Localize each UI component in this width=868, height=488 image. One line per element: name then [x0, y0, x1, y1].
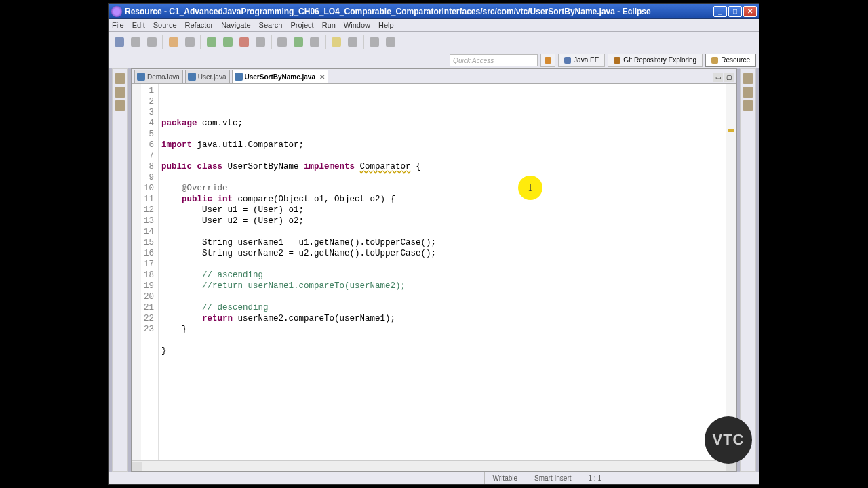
package-icon[interactable] [115, 100, 125, 111]
ext-tools-button[interactable] [253, 35, 268, 49]
perspective-java-ee[interactable]: Java EE [558, 54, 605, 67]
close-tab-icon[interactable]: ✕ [319, 73, 325, 81]
resource-icon [711, 57, 718, 64]
minimize-button[interactable]: _ [713, 6, 727, 17]
editor-minimize-button[interactable]: ▭ [713, 73, 723, 82]
code-line[interactable]: String userName1 = u1.getName().toUpperC… [161, 237, 726, 248]
problems-icon[interactable] [743, 100, 753, 111]
perspective-icon [545, 57, 551, 64]
toggle-button[interactable] [345, 35, 360, 49]
save-all-button[interactable] [144, 35, 159, 49]
perspective-bar: Quick Access Java EE Git Repository Expl… [109, 52, 759, 68]
new-button[interactable] [112, 35, 127, 49]
tab-label: DemoJava [147, 73, 180, 81]
build-button[interactable] [182, 35, 197, 49]
menu-help[interactable]: Help [378, 21, 394, 29]
code-line[interactable] [161, 226, 726, 237]
task-list-icon[interactable] [743, 87, 753, 98]
status-caret-position: 1 : 1 [580, 472, 610, 484]
code-area[interactable]: package com.vtc; import java.util.Compar… [159, 84, 726, 460]
perspective-label: Resource [721, 56, 750, 64]
right-view-tray [740, 68, 756, 472]
code-line[interactable]: @Override [161, 183, 726, 194]
menu-project[interactable]: Project [290, 21, 313, 29]
code-line[interactable]: public class UserSortByName implements C… [161, 161, 726, 172]
new-interface-button[interactable] [307, 35, 322, 49]
scroll-left-button[interactable] [132, 462, 142, 471]
window-title: Resource - C1_AdvancedJavaProgramming_CH… [125, 7, 712, 16]
new-package-button[interactable] [275, 35, 290, 49]
code-line[interactable] [161, 291, 726, 302]
code-line[interactable]: public int compare(Object o1, Object o2)… [161, 194, 726, 205]
status-writable: Writable [484, 472, 526, 484]
menu-navigate[interactable]: Navigate [221, 21, 250, 29]
status-insert-mode: Smart Insert [526, 472, 579, 484]
tab-label: UserSortByName.java [245, 73, 316, 81]
code-line[interactable]: return userName2.compareTo(userName1); [161, 313, 726, 324]
menu-file[interactable]: File [112, 21, 124, 29]
close-button[interactable]: ✕ [743, 6, 757, 17]
code-line[interactable]: // ascending [161, 270, 726, 281]
code-line[interactable] [161, 335, 726, 346]
project-explorer-icon[interactable] [115, 73, 125, 84]
quick-access-input[interactable]: Quick Access [450, 54, 538, 66]
editor-horizontal-scrollbar[interactable] [132, 460, 736, 471]
editor-tab[interactable]: User.java [185, 70, 230, 83]
editor-pane: DemoJava User.java UserSortByName.java✕ … [131, 68, 737, 472]
code-line[interactable] [161, 259, 726, 270]
code-line[interactable]: import java.util.Comparator; [161, 140, 726, 150]
left-view-tray [112, 68, 128, 472]
menu-search[interactable]: Search [259, 21, 283, 29]
eclipse-icon [111, 6, 122, 17]
code-line[interactable]: String userName2 = u2.getName().toUpperC… [161, 248, 726, 259]
status-bar: Writable Smart Insert 1 : 1 [109, 472, 759, 484]
warning-marker-icon[interactable] [728, 129, 734, 132]
navigator-icon[interactable] [115, 87, 125, 98]
menu-refactor[interactable]: Refactor [185, 21, 214, 29]
menu-run[interactable]: Run [322, 21, 336, 29]
nav-back-button[interactable] [367, 35, 382, 49]
git-icon [614, 57, 620, 64]
code-line[interactable]: //return userName1.compareTo(userName2); [161, 281, 726, 291]
line-number-gutter: 1234567▲891011121314151617181920212223 [132, 84, 159, 460]
main-toolbar [109, 32, 759, 52]
coverage-button[interactable] [237, 35, 252, 49]
search-button[interactable] [329, 35, 344, 49]
code-line[interactable] [161, 357, 726, 367]
editor-body[interactable]: 1234567▲891011121314151617181920212223 p… [132, 84, 736, 460]
code-line[interactable]: } [161, 324, 726, 335]
editor-maximize-button[interactable]: ▢ [724, 73, 734, 82]
open-perspective-button[interactable] [540, 54, 555, 67]
perspective-label: Git Repository Exploring [623, 56, 696, 64]
maximize-button[interactable]: □ [728, 6, 742, 17]
menu-source[interactable]: Source [153, 21, 177, 29]
menu-edit[interactable]: Edit [132, 21, 145, 29]
editor-tab[interactable]: DemoJava [134, 70, 183, 83]
editor-tab-active[interactable]: UserSortByName.java✕ [232, 70, 329, 83]
outline-icon[interactable] [743, 73, 753, 84]
perspective-label: Java EE [574, 56, 599, 64]
perspective-resource[interactable]: Resource [705, 54, 756, 67]
overview-ruler[interactable] [726, 84, 736, 460]
code-line[interactable]: User u1 = (User) o1; [161, 205, 726, 216]
save-button[interactable] [128, 35, 143, 49]
nav-fwd-button[interactable] [383, 35, 398, 49]
java-ee-icon [564, 57, 571, 64]
vtc-logo: VTC [705, 416, 752, 464]
code-line[interactable]: package com.vtc; [161, 118, 726, 129]
menu-window[interactable]: Window [344, 21, 370, 29]
code-line[interactable]: User u2 = (User) o2; [161, 216, 726, 226]
code-line[interactable]: } [161, 346, 726, 357]
open-type-button[interactable] [166, 35, 181, 49]
run-button[interactable] [220, 35, 235, 49]
debug-button[interactable] [204, 35, 219, 49]
new-class-button[interactable] [291, 35, 306, 49]
tab-label: User.java [198, 73, 226, 81]
window-titlebar: Resource - C1_AdvancedJavaProgramming_CH… [109, 4, 759, 19]
code-line[interactable] [161, 129, 726, 140]
perspective-git[interactable]: Git Repository Exploring [608, 54, 703, 67]
code-line[interactable] [161, 150, 726, 161]
code-line[interactable]: // descending [161, 302, 726, 313]
editor-tabs: DemoJava User.java UserSortByName.java✕ … [132, 69, 736, 84]
code-line[interactable] [161, 172, 726, 183]
